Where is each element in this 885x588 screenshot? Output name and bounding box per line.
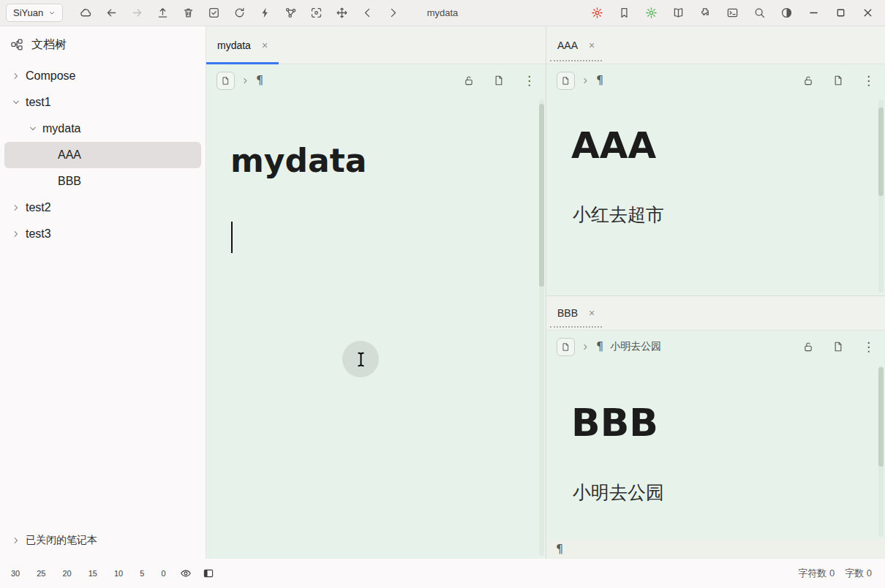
- editor-content-aaa[interactable]: AAA 小红去超市: [546, 97, 885, 295]
- editor-area: mydata × ¶ ⋮ mydata AAA: [206, 26, 885, 559]
- scrollbar[interactable]: [878, 99, 884, 293]
- titlebar: mydata SiYuan: [0, 0, 885, 26]
- scrollbar-thumb[interactable]: [539, 104, 544, 287]
- ruler-number: 5: [140, 569, 144, 578]
- chevron-down-icon[interactable]: [29, 124, 37, 133]
- paragraph-block[interactable]: 小红去超市: [573, 203, 885, 227]
- dock-ruler: 30 25 20 15 10 5 0: [0, 569, 166, 578]
- app-menu-label: SiYuan: [13, 7, 43, 18]
- document-icon[interactable]: [557, 338, 575, 356]
- document-icon[interactable]: [216, 72, 235, 90]
- tree-item-test2[interactable]: test2: [4, 195, 201, 221]
- more-icon[interactable]: ⋮: [862, 75, 875, 87]
- tab-close-icon[interactable]: ×: [262, 40, 268, 50]
- document-tree: Compose test1 mydata AAA BBB test2 test3: [0, 63, 206, 247]
- paragraph-block[interactable]: 小明去公园: [573, 480, 885, 505]
- transform-icon[interactable]: [331, 3, 352, 23]
- unlock-icon[interactable]: [802, 75, 814, 86]
- closed-notebooks-toggle[interactable]: 已关闭的笔记本: [4, 528, 201, 553]
- scrollbar-thumb[interactable]: [878, 108, 884, 196]
- maximize-icon[interactable]: [830, 3, 851, 23]
- guide-book-icon[interactable]: [668, 3, 688, 23]
- doc-tree-title: 文档树: [31, 37, 67, 53]
- word-count: 字数 0: [845, 567, 872, 580]
- tab-bbb[interactable]: BBB ×: [546, 296, 606, 330]
- forward-icon[interactable]: [127, 3, 147, 23]
- breadcrumb-aaa: ¶ ⋮: [546, 64, 885, 97]
- tree-item-label: BBB: [58, 175, 81, 188]
- terminal-icon[interactable]: [722, 3, 742, 23]
- back-icon[interactable]: [101, 3, 121, 23]
- task-checkbox-icon[interactable]: [203, 3, 224, 23]
- chevron-right-icon: [581, 343, 590, 351]
- editor-pane-mydata: mydata × ¶ ⋮ mydata: [206, 26, 546, 559]
- ruler-number: 20: [63, 569, 72, 578]
- close-icon[interactable]: [857, 3, 878, 23]
- scrollbar[interactable]: [539, 99, 544, 556]
- trash-icon[interactable]: [178, 3, 198, 23]
- breadcrumb-actions: ⋮: [463, 75, 535, 87]
- tree-item-mydata[interactable]: mydata: [4, 116, 201, 142]
- doc-file-icon[interactable]: [493, 75, 505, 86]
- unlock-icon[interactable]: [463, 75, 475, 86]
- paragraph-crumb-icon[interactable]: ¶: [256, 75, 263, 86]
- tabbar-bbb: BBB ×: [546, 296, 885, 331]
- search-icon[interactable]: [749, 3, 769, 23]
- doc-title-mydata[interactable]: mydata: [230, 143, 546, 178]
- plugin-icon[interactable]: [695, 3, 715, 23]
- tree-item-test1[interactable]: test1: [4, 89, 201, 116]
- eye-icon[interactable]: [180, 568, 192, 579]
- paragraph-crumb-icon[interactable]: ¶: [596, 341, 603, 353]
- doc-title-bbb[interactable]: BBB: [571, 402, 885, 444]
- more-icon[interactable]: ⋮: [523, 75, 535, 87]
- more-icon[interactable]: ⋮: [862, 341, 875, 353]
- scrollbar-thumb[interactable]: [878, 367, 884, 467]
- doc-title-aaa[interactable]: AAA: [571, 126, 885, 166]
- settings-alert-icon[interactable]: [587, 3, 607, 23]
- minimize-icon[interactable]: [803, 3, 824, 23]
- empty-block-strip[interactable]: ¶: [546, 540, 885, 559]
- ruler-number: 25: [37, 569, 45, 578]
- chevron-down-icon[interactable]: [12, 98, 20, 107]
- tree-item-label: test2: [26, 201, 51, 214]
- chevron-right-icon[interactable]: [12, 203, 20, 212]
- graph-icon[interactable]: [280, 3, 301, 23]
- scrollbar[interactable]: [878, 366, 884, 537]
- paragraph-crumb-icon[interactable]: ¶: [596, 75, 603, 86]
- app-menu-button[interactable]: SiYuan: [6, 4, 63, 22]
- cloud-icon[interactable]: [75, 3, 96, 23]
- sync-icon[interactable]: [229, 3, 249, 23]
- lightning-icon[interactable]: [255, 3, 275, 23]
- tree-item-aaa[interactable]: AAA: [4, 142, 201, 168]
- ruler-number: 0: [161, 569, 165, 578]
- tab-close-icon[interactable]: ×: [589, 308, 595, 318]
- tab-mydata[interactable]: mydata ×: [206, 26, 279, 64]
- tree-item-test3[interactable]: test3: [4, 221, 201, 247]
- upload-icon[interactable]: [152, 3, 173, 23]
- paragraph-marker-icon: ¶: [556, 543, 563, 555]
- chevron-right-icon[interactable]: [12, 230, 20, 238]
- tree-item-compose[interactable]: Compose: [4, 63, 201, 89]
- tree-item-bbb[interactable]: BBB: [4, 168, 201, 195]
- breadcrumb-block-text[interactable]: 小明去公园: [610, 340, 661, 353]
- unlock-icon[interactable]: [802, 341, 814, 353]
- document-icon[interactable]: [557, 72, 575, 90]
- chevron-left-icon[interactable]: [357, 3, 377, 23]
- tab-close-icon[interactable]: ×: [589, 40, 595, 50]
- toolbar-left: SiYuan: [0, 3, 403, 23]
- doc-file-icon[interactable]: [832, 341, 844, 353]
- focus-icon[interactable]: [306, 3, 326, 23]
- settings-icon[interactable]: [641, 3, 661, 23]
- doc-file-icon[interactable]: [832, 75, 844, 86]
- theme-contrast-icon[interactable]: [776, 3, 796, 23]
- editor-content-mydata[interactable]: mydata: [206, 97, 546, 559]
- editor-content-bbb[interactable]: BBB 小明去公园: [546, 363, 885, 540]
- tree-item-label: Compose: [26, 69, 75, 83]
- chevron-right-icon[interactable]: [12, 72, 20, 80]
- panel-toggle-icon[interactable]: [203, 568, 214, 579]
- bookmark-icon[interactable]: [614, 3, 634, 23]
- tab-aaa[interactable]: AAA ×: [546, 26, 606, 64]
- tree-item-label: AAA: [58, 148, 81, 162]
- chevron-right-icon[interactable]: [383, 3, 403, 23]
- tree-item-label: mydata: [42, 122, 80, 135]
